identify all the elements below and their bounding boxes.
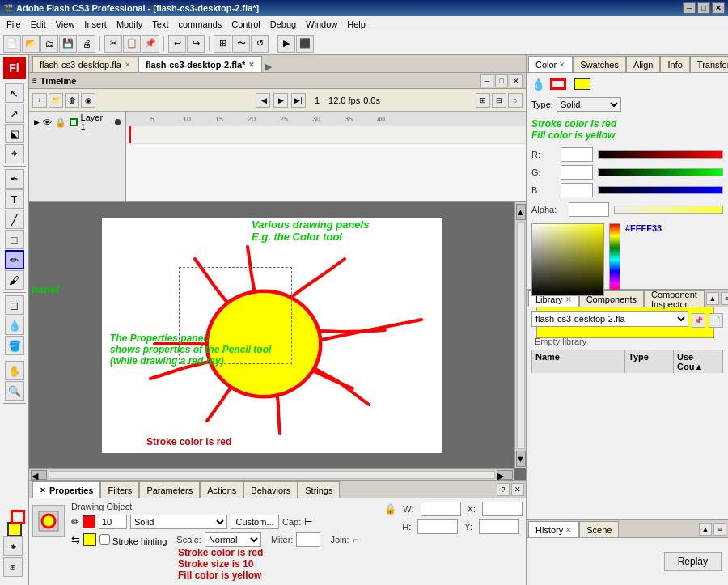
lasso-tool[interactable]: ⌖ <box>5 144 24 163</box>
layer-1-item[interactable]: ▶ 👁 🔒 Layer 1 <box>31 113 124 131</box>
option-btn-2[interactable]: ⊞ <box>3 557 23 577</box>
solo-btn[interactable]: ◉ <box>81 93 95 108</box>
menu-insert[interactable]: Insert <box>79 18 112 31</box>
lib-collapse[interactable]: ▲ <box>706 292 719 305</box>
menu-control[interactable]: Control <box>226 18 265 31</box>
text-tool[interactable]: T <box>5 189 24 209</box>
height-input[interactable]: 130.1 <box>417 519 458 534</box>
play-button[interactable]: ▶ <box>277 35 295 53</box>
canvas-area[interactable]: Main tools panel Various drawing panelsE… <box>29 202 526 480</box>
history-menu[interactable]: ≡ <box>713 523 726 536</box>
layer-outline-icon[interactable] <box>70 118 78 126</box>
scale-select[interactable]: Normal <box>205 532 261 547</box>
menu-view[interactable]: View <box>51 18 80 31</box>
redo-button[interactable]: ↪ <box>187 35 205 53</box>
tab-file2[interactable]: flash-cs3-desktop-2.fla* ✕ <box>138 56 262 72</box>
tab-properties[interactable]: ✕ Properties <box>32 481 100 498</box>
b-input[interactable]: 51 <box>561 183 593 197</box>
tab-parameters[interactable]: Parameters <box>139 481 200 498</box>
eraser-tool[interactable]: ◻ <box>5 295 24 315</box>
scroll-up-arrow[interactable]: ▲ <box>516 204 526 220</box>
frame-view-btn[interactable]: ⊞ <box>476 93 490 108</box>
g-slider[interactable] <box>598 168 723 176</box>
menu-debug[interactable]: Debug <box>265 18 301 31</box>
lib-file-select[interactable]: flash-cs3-desktop-2.fla <box>531 311 688 327</box>
props-collapse-btn[interactable]: ✕ <box>511 483 524 496</box>
open-button[interactable]: 📂 <box>22 35 40 53</box>
tab-filters[interactable]: Filters <box>100 481 139 498</box>
minimize-button[interactable]: ─ <box>683 2 696 14</box>
custom-stroke-btn[interactable]: Custom... <box>231 515 279 529</box>
layer-lock-icon[interactable]: 🔒 <box>55 117 66 128</box>
layer-vis-icon[interactable]: 👁 <box>43 117 52 127</box>
lib-menu[interactable]: ≡ <box>721 292 728 305</box>
timeline-minimize[interactable]: ─ <box>480 74 493 87</box>
scroll-right-arrow[interactable]: ▶ <box>497 470 513 480</box>
smooth-button[interactable]: 〜 <box>232 35 250 53</box>
properties-tab-close[interactable]: ✕ <box>40 486 46 494</box>
paint-bucket-tool[interactable]: 🪣 <box>5 336 24 355</box>
scroll-right-icon[interactable]: ▶ <box>265 61 272 72</box>
horizontal-scrollbar[interactable]: ◀ ▶ <box>29 468 514 480</box>
add-folder-btn[interactable]: 📁 <box>49 93 63 108</box>
cut-button[interactable]: ✂ <box>104 35 122 53</box>
print-button[interactable]: 🖨 <box>78 35 95 53</box>
color-gradient-picker[interactable] <box>531 223 604 296</box>
zoom-tool[interactable]: 🔍 <box>5 381 24 401</box>
menu-window[interactable]: Window <box>301 18 342 31</box>
eyedropper-tool[interactable]: 💧 <box>5 316 24 335</box>
prev-frame-btn[interactable]: |◀ <box>256 93 270 108</box>
lib-pin-btn[interactable]: 📌 <box>692 313 706 328</box>
pencil-tool[interactable]: ✏ <box>5 250 24 269</box>
align-tab[interactable]: Align <box>626 56 660 72</box>
stroke-color-picker[interactable] <box>83 515 95 528</box>
history-collapse[interactable]: ▲ <box>699 523 712 536</box>
library-tab-close[interactable]: ✕ <box>565 295 572 303</box>
rect-tool[interactable]: □ <box>5 230 24 249</box>
fill-color-picker[interactable] <box>83 533 96 546</box>
scroll-thumb-v[interactable] <box>517 222 525 449</box>
maximize-button[interactable]: □ <box>697 2 710 14</box>
lib-new-btn[interactable]: 📄 <box>709 313 723 328</box>
eyedropper-stroke-icon[interactable]: 💧 <box>531 78 545 91</box>
menu-text[interactable]: Text <box>147 18 173 31</box>
stop-button[interactable]: ⬛ <box>296 35 314 53</box>
r-slider[interactable] <box>598 150 723 159</box>
alpha-slider[interactable] <box>614 206 723 214</box>
stroke-type-select[interactable]: Solid <box>130 515 227 529</box>
delete-layer-btn[interactable]: 🗑 <box>65 93 79 108</box>
swatches-tab[interactable]: Swatches <box>573 56 626 72</box>
browse-button[interactable]: 🗂 <box>40 35 58 53</box>
history-tab-close[interactable]: ✕ <box>565 526 572 534</box>
line-tool[interactable]: ╱ <box>5 210 24 229</box>
stroke-size-input[interactable]: 10 <box>99 515 127 529</box>
scene-tab[interactable]: Scene <box>579 521 619 537</box>
scroll-down-arrow[interactable]: ▼ <box>516 451 526 467</box>
fill-preview[interactable] <box>574 78 590 90</box>
r-input[interactable]: 255 <box>561 147 593 162</box>
pen-tool[interactable]: ✒ <box>5 169 24 189</box>
menu-help[interactable]: Help <box>342 18 370 31</box>
tab2-close[interactable]: ✕ <box>248 61 255 69</box>
stroke-color-swatch[interactable] <box>11 510 25 524</box>
snap-button[interactable]: ⊞ <box>214 35 231 53</box>
tab-behaviors[interactable]: Behaviors <box>243 481 298 498</box>
onion-btn[interactable]: ○ <box>508 93 523 108</box>
scroll-thumb-h[interactable] <box>49 471 495 479</box>
play-anim-btn[interactable]: ▶ <box>273 93 288 108</box>
b-slider[interactable] <box>598 186 723 194</box>
y-input[interactable]: 86.9 <box>479 519 519 534</box>
arrow-tool[interactable]: ↖ <box>5 83 24 103</box>
stroke-preview[interactable] <box>550 78 566 90</box>
tab-actions[interactable]: Actions <box>200 481 243 498</box>
info-tab[interactable]: Info <box>660 56 689 72</box>
color-tab[interactable]: Color ✕ <box>528 56 573 72</box>
tab1-close[interactable]: ✕ <box>125 61 131 69</box>
replay-button[interactable]: Replay <box>664 552 722 571</box>
timeline-close[interactable]: ✕ <box>510 74 523 87</box>
menu-file[interactable]: File <box>2 18 26 31</box>
paste-button[interactable]: 📌 <box>142 35 159 53</box>
swap-icon[interactable]: ⇆ <box>71 534 80 546</box>
undo-button[interactable]: ↩ <box>168 35 186 53</box>
brush-tool[interactable]: 🖌 <box>5 270 24 290</box>
